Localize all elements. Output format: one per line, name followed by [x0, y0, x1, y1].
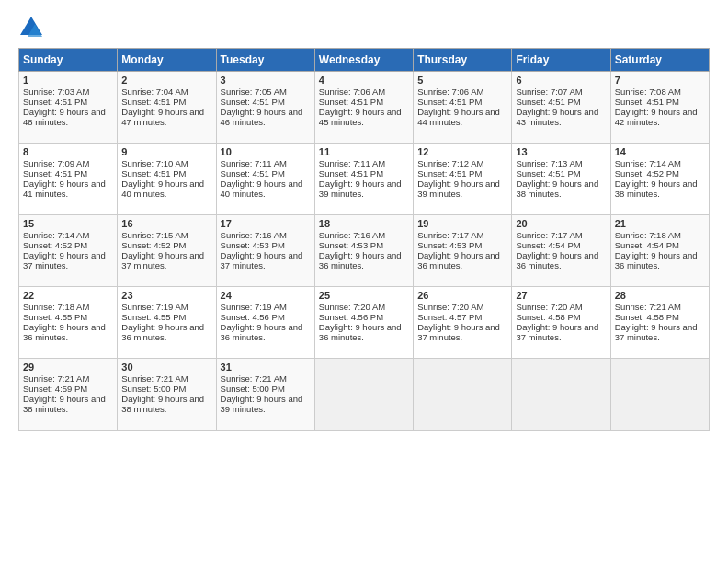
sunset: Sunset: 4:51 PM — [221, 97, 285, 107]
sunset: Sunset: 4:51 PM — [319, 97, 383, 107]
day-number: 29 — [23, 362, 113, 373]
day-number: 2 — [121, 75, 211, 86]
sunset: Sunset: 4:51 PM — [417, 97, 482, 107]
daylight: Daylight: 9 hours and 37 minutes. — [516, 322, 598, 342]
day-number: 11 — [319, 146, 409, 157]
daylight: Daylight: 9 hours and 39 minutes. — [221, 394, 303, 414]
cal-cell — [610, 359, 709, 431]
day-number: 7 — [615, 75, 705, 86]
daylight: Daylight: 9 hours and 46 minutes. — [221, 107, 303, 127]
daylight: Daylight: 9 hours and 47 minutes. — [121, 107, 204, 127]
sunrise: Sunrise: 7:21 AM — [23, 373, 89, 384]
cal-cell — [414, 359, 512, 431]
sunset: Sunset: 4:56 PM — [319, 312, 383, 322]
day-number: 19 — [417, 218, 507, 229]
daylight: Daylight: 9 hours and 38 minutes. — [121, 394, 204, 414]
sunset: Sunset: 4:51 PM — [23, 97, 87, 107]
sunset: Sunset: 4:51 PM — [417, 168, 482, 178]
day-number: 14 — [615, 146, 705, 157]
sunrise: Sunrise: 7:11 AM — [221, 158, 287, 168]
col-header-sunday: Sunday — [19, 49, 118, 72]
sunrise: Sunrise: 7:06 AM — [319, 86, 385, 97]
sunrise: Sunrise: 7:07 AM — [516, 86, 582, 97]
col-header-tuesday: Tuesday — [216, 49, 314, 72]
sunset: Sunset: 4:54 PM — [516, 240, 580, 250]
sunrise: Sunrise: 7:08 AM — [615, 86, 681, 97]
page: SundayMondayTuesdayWednesdayThursdayFrid… — [0, 0, 728, 563]
sunset: Sunset: 4:51 PM — [516, 168, 580, 178]
sunset: Sunset: 4:58 PM — [615, 312, 679, 322]
day-number: 20 — [516, 218, 606, 229]
day-number: 26 — [417, 290, 507, 301]
cal-cell: 22Sunrise: 7:18 AMSunset: 4:55 PMDayligh… — [19, 287, 118, 359]
sunrise: Sunrise: 7:09 AM — [23, 158, 89, 168]
logo-icon — [18, 15, 44, 40]
cal-cell: 29Sunrise: 7:21 AMSunset: 4:59 PMDayligh… — [19, 359, 118, 431]
sunrise: Sunrise: 7:04 AM — [121, 86, 188, 97]
cal-cell: 7Sunrise: 7:08 AMSunset: 4:51 PMDaylight… — [610, 72, 709, 144]
daylight: Daylight: 9 hours and 48 minutes. — [23, 107, 106, 127]
sunset: Sunset: 4:51 PM — [221, 168, 285, 178]
day-number: 10 — [221, 146, 311, 157]
sunrise: Sunrise: 7:14 AM — [23, 230, 89, 240]
sunrise: Sunrise: 7:06 AM — [417, 86, 483, 97]
sunrise: Sunrise: 7:17 AM — [516, 230, 582, 240]
cal-cell — [314, 359, 413, 431]
daylight: Daylight: 9 hours and 37 minutes. — [121, 250, 204, 270]
sunset: Sunset: 4:57 PM — [417, 312, 482, 322]
sunset: Sunset: 4:56 PM — [221, 312, 285, 322]
cal-cell: 25Sunrise: 7:20 AMSunset: 4:56 PMDayligh… — [314, 287, 413, 359]
day-number: 21 — [615, 218, 705, 229]
daylight: Daylight: 9 hours and 36 minutes. — [615, 250, 698, 270]
daylight: Daylight: 9 hours and 36 minutes. — [121, 322, 204, 342]
cal-cell: 8Sunrise: 7:09 AMSunset: 4:51 PMDaylight… — [19, 144, 118, 215]
sunrise: Sunrise: 7:15 AM — [121, 230, 188, 240]
day-number: 25 — [319, 290, 409, 301]
daylight: Daylight: 9 hours and 45 minutes. — [319, 107, 402, 127]
cal-cell: 11Sunrise: 7:11 AMSunset: 4:51 PMDayligh… — [314, 144, 413, 215]
day-number: 16 — [121, 218, 211, 229]
daylight: Daylight: 9 hours and 36 minutes. — [319, 322, 402, 342]
daylight: Daylight: 9 hours and 37 minutes. — [221, 250, 303, 270]
sunset: Sunset: 4:51 PM — [121, 168, 186, 178]
sunset: Sunset: 4:51 PM — [319, 168, 383, 178]
sunset: Sunset: 4:51 PM — [615, 97, 679, 107]
cal-cell: 15Sunrise: 7:14 AMSunset: 4:52 PMDayligh… — [19, 215, 118, 287]
cal-cell: 24Sunrise: 7:19 AMSunset: 4:56 PMDayligh… — [216, 287, 314, 359]
day-number: 15 — [23, 218, 113, 229]
cal-cell: 10Sunrise: 7:11 AMSunset: 4:51 PMDayligh… — [216, 144, 314, 215]
sunrise: Sunrise: 7:05 AM — [221, 86, 287, 97]
daylight: Daylight: 9 hours and 39 minutes. — [417, 178, 500, 199]
sunrise: Sunrise: 7:16 AM — [221, 230, 287, 240]
cal-cell: 14Sunrise: 7:14 AMSunset: 4:52 PMDayligh… — [610, 144, 709, 215]
daylight: Daylight: 9 hours and 36 minutes. — [516, 250, 598, 270]
sunset: Sunset: 4:55 PM — [121, 312, 186, 322]
sunrise: Sunrise: 7:21 AM — [221, 373, 287, 384]
cal-cell: 27Sunrise: 7:20 AMSunset: 4:58 PMDayligh… — [512, 287, 610, 359]
sunrise: Sunrise: 7:19 AM — [121, 302, 188, 312]
sunrise: Sunrise: 7:13 AM — [516, 158, 582, 168]
daylight: Daylight: 9 hours and 36 minutes. — [319, 250, 402, 270]
sunrise: Sunrise: 7:11 AM — [319, 158, 385, 168]
daylight: Daylight: 9 hours and 37 minutes. — [417, 322, 500, 342]
cal-cell: 12Sunrise: 7:12 AMSunset: 4:51 PMDayligh… — [414, 144, 512, 215]
daylight: Daylight: 9 hours and 40 minutes. — [121, 178, 204, 199]
daylight: Daylight: 9 hours and 37 minutes. — [615, 322, 698, 342]
day-number: 30 — [121, 362, 211, 373]
day-number: 8 — [23, 146, 113, 157]
week-row-4: 22Sunrise: 7:18 AMSunset: 4:55 PMDayligh… — [19, 287, 710, 359]
sunrise: Sunrise: 7:19 AM — [221, 302, 287, 312]
sunrise: Sunrise: 7:20 AM — [516, 302, 582, 312]
sunset: Sunset: 4:52 PM — [121, 240, 186, 250]
cal-cell: 9Sunrise: 7:10 AMSunset: 4:51 PMDaylight… — [118, 144, 216, 215]
sunset: Sunset: 4:53 PM — [319, 240, 383, 250]
cal-cell: 28Sunrise: 7:21 AMSunset: 4:58 PMDayligh… — [610, 287, 709, 359]
day-number: 31 — [221, 362, 311, 373]
week-row-5: 29Sunrise: 7:21 AMSunset: 4:59 PMDayligh… — [19, 359, 710, 431]
sunrise: Sunrise: 7:10 AM — [121, 158, 188, 168]
daylight: Daylight: 9 hours and 40 minutes. — [221, 178, 303, 199]
week-row-3: 15Sunrise: 7:14 AMSunset: 4:52 PMDayligh… — [19, 215, 710, 287]
header — [18, 15, 710, 40]
sunrise: Sunrise: 7:14 AM — [615, 158, 681, 168]
sunrise: Sunrise: 7:20 AM — [319, 302, 385, 312]
